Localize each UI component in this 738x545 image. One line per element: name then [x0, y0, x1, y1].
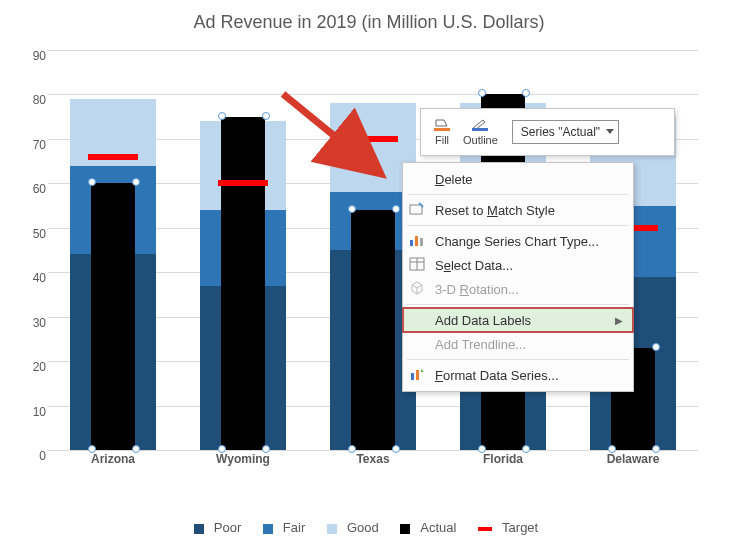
target-marker[interactable] — [348, 136, 398, 142]
svg-rect-10 — [411, 373, 414, 380]
menu-item-trend: Add Trendline... — [403, 332, 633, 356]
svg-rect-2 — [472, 128, 488, 131]
menu-label: Format Data Series... — [435, 368, 559, 383]
svg-rect-1 — [434, 128, 450, 131]
selection-handle-icon — [348, 205, 356, 213]
submenu-arrow-icon: ▶ — [615, 315, 623, 326]
y-tick: 10 — [33, 405, 46, 419]
series-selector-label: Series "Actual" — [521, 125, 600, 139]
outline-button[interactable]: Outline — [457, 116, 504, 148]
menu-item-addlabels[interactable]: Add Data Labels▶ — [403, 308, 633, 332]
outline-pen-icon — [471, 118, 489, 132]
menu-item-change[interactable]: Change Series Chart Type... — [403, 229, 633, 253]
y-tick: 90 — [33, 49, 46, 63]
y-tick: 50 — [33, 227, 46, 241]
x-axis: ArizonaWyomingTexasFloridaDelaware — [48, 452, 698, 472]
fill-button[interactable]: Fill — [427, 116, 457, 148]
selection-handle-icon — [218, 112, 226, 120]
actual-bar[interactable] — [351, 210, 395, 450]
blank-icon — [409, 336, 427, 352]
mini-toolbar: Fill Outline Series "Actual" — [420, 108, 675, 156]
selection-handle-icon — [262, 112, 270, 120]
menu-item-rotate: 3-D Rotation... — [403, 277, 633, 301]
cube-icon — [409, 281, 427, 297]
y-tick: 80 — [33, 93, 46, 107]
menu-item-reset[interactable]: Reset to Match Style — [403, 198, 633, 222]
menu-label: Reset to Match Style — [435, 203, 555, 218]
series-selector[interactable]: Series "Actual" — [512, 120, 619, 144]
chart-legend: Poor Fair Good Actual Target — [0, 520, 738, 535]
target-marker[interactable] — [88, 154, 138, 160]
stacked-bar[interactable] — [200, 121, 286, 450]
reset-icon — [409, 202, 427, 218]
chart-title: Ad Revenue in 2019 (in Million U.S. Doll… — [0, 0, 738, 41]
selection-handle-icon — [652, 343, 660, 351]
x-category-label: Texas — [356, 452, 389, 466]
x-category-label: Wyoming — [216, 452, 270, 466]
selection-handle-icon — [522, 89, 530, 97]
actual-bar[interactable] — [221, 117, 265, 450]
fill-bucket-icon — [433, 118, 451, 132]
svg-rect-11 — [416, 370, 419, 380]
outline-label: Outline — [463, 134, 498, 146]
legend-target: Target — [502, 520, 538, 535]
menu-label: Add Data Labels — [435, 313, 531, 328]
y-axis: 0102030405060708090 — [16, 50, 46, 450]
svg-rect-5 — [415, 236, 418, 246]
legend-good: Good — [347, 520, 379, 535]
menu-item-format[interactable]: Format Data Series... — [403, 363, 633, 387]
svg-rect-6 — [420, 238, 423, 246]
selection-handle-icon — [478, 89, 486, 97]
context-menu: DeleteReset to Match StyleChange Series … — [402, 162, 634, 392]
selection-handle-icon — [392, 205, 400, 213]
y-tick: 0 — [39, 449, 46, 463]
blank-icon — [409, 312, 427, 328]
menu-label: 3-D Rotation... — [435, 282, 519, 297]
actual-bar[interactable] — [91, 183, 135, 450]
menu-label: Change Series Chart Type... — [435, 234, 599, 249]
menu-item-select[interactable]: Select Data... — [403, 253, 633, 277]
selection-handle-icon — [88, 178, 96, 186]
x-category-label: Arizona — [91, 452, 135, 466]
menu-item-delete[interactable]: Delete — [403, 167, 633, 191]
y-tick: 60 — [33, 182, 46, 196]
format-icon — [409, 367, 427, 383]
blank-icon — [409, 171, 427, 187]
legend-actual: Actual — [420, 520, 456, 535]
data-icon — [409, 257, 427, 273]
fill-label: Fill — [435, 134, 449, 146]
y-tick: 20 — [33, 360, 46, 374]
x-category-label: Delaware — [607, 452, 660, 466]
y-tick: 30 — [33, 316, 46, 330]
y-tick: 40 — [33, 271, 46, 285]
menu-label: Select Data... — [435, 258, 513, 273]
stacked-bar[interactable] — [70, 99, 156, 450]
x-category-label: Florida — [483, 452, 523, 466]
legend-fair: Fair — [283, 520, 305, 535]
svg-rect-3 — [410, 205, 422, 214]
legend-poor: Poor — [214, 520, 241, 535]
chart-icon — [409, 233, 427, 249]
menu-label: Delete — [435, 172, 473, 187]
menu-label: Add Trendline... — [435, 337, 526, 352]
svg-rect-4 — [410, 240, 413, 246]
target-marker[interactable] — [218, 180, 268, 186]
y-tick: 70 — [33, 138, 46, 152]
